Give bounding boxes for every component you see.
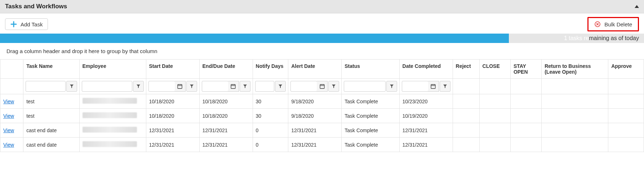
col-alert-date[interactable]: Alert Date bbox=[288, 60, 342, 79]
filter-start-date-input[interactable] bbox=[148, 81, 175, 92]
cell-employee bbox=[79, 123, 146, 138]
status-text-prefix: 1 tasks re bbox=[564, 35, 589, 41]
col-notify-days[interactable]: Notify Days bbox=[253, 60, 288, 79]
col-status[interactable]: Status bbox=[342, 60, 399, 79]
cell-date-completed: 12/31/2021 bbox=[399, 138, 453, 152]
filter-task-name-input[interactable] bbox=[26, 81, 65, 92]
filter-date-completed-button[interactable] bbox=[440, 81, 450, 92]
cell-start-date: 10/18/2020 bbox=[146, 94, 199, 109]
col-date-completed[interactable]: Date Completed bbox=[399, 60, 453, 79]
status-bar: 1 tasks remaining as of today bbox=[0, 34, 644, 43]
col-end-date[interactable]: End/Due Date bbox=[199, 60, 253, 79]
toolbar: Add Task Bulk Delete bbox=[0, 13, 644, 34]
cell-return-business bbox=[542, 138, 608, 152]
cell-return-business bbox=[542, 123, 608, 138]
filter-end-date-button[interactable] bbox=[240, 81, 250, 92]
cell-stay-open bbox=[510, 109, 541, 123]
col-reject[interactable]: Reject bbox=[453, 60, 479, 79]
cell-end-date: 12/31/2021 bbox=[199, 123, 253, 138]
tasks-grid: Task Name Employee Start Date End/Due Da… bbox=[0, 59, 644, 152]
cell-stay-open bbox=[510, 123, 541, 138]
filter-notify-days-input[interactable] bbox=[255, 81, 275, 92]
filter-status-input[interactable] bbox=[344, 81, 385, 92]
filter-icon bbox=[390, 84, 394, 88]
filter-icon bbox=[278, 84, 283, 88]
header-row: Task Name Employee Start Date End/Due Da… bbox=[0, 60, 644, 79]
cell-employee bbox=[79, 94, 146, 109]
cell-notify-days: 0 bbox=[253, 138, 288, 152]
filter-icon bbox=[332, 84, 336, 88]
filter-alert-date-button[interactable] bbox=[328, 81, 339, 92]
cell-return-business bbox=[542, 109, 608, 123]
cell-close bbox=[479, 94, 510, 109]
col-start-date[interactable]: Start Date bbox=[146, 60, 199, 79]
calendar-icon bbox=[177, 84, 182, 89]
cell-status: Task Complete bbox=[342, 94, 399, 109]
cell-reject bbox=[453, 123, 479, 138]
bulk-delete-label: Bulk Delete bbox=[604, 21, 632, 27]
col-stay-open[interactable]: STAY OPEN bbox=[510, 60, 541, 79]
col-view[interactable] bbox=[0, 60, 23, 79]
filter-end-date-input[interactable] bbox=[202, 81, 228, 92]
view-link[interactable]: View bbox=[3, 127, 14, 133]
cell-close bbox=[479, 109, 510, 123]
panel-header: Tasks and Workflows bbox=[0, 0, 644, 13]
bulk-delete-highlight: Bulk Delete bbox=[587, 17, 639, 31]
filter-icon bbox=[190, 84, 194, 88]
cell-task-name: cast end date bbox=[23, 123, 79, 138]
cell-approve bbox=[608, 94, 644, 109]
cell-status: Task Complete bbox=[342, 109, 399, 123]
filter-alert-date-picker[interactable] bbox=[317, 81, 328, 92]
cell-approve bbox=[608, 138, 644, 152]
group-by-dropzone[interactable]: Drag a column header and drop it here to… bbox=[0, 43, 644, 59]
cell-reject bbox=[453, 138, 479, 152]
panel-title: Tasks and Workflows bbox=[5, 3, 67, 10]
cell-alert-date: 12/31/2021 bbox=[288, 138, 342, 152]
cell-start-date: 10/18/2020 bbox=[146, 109, 199, 123]
calendar-icon bbox=[231, 84, 236, 89]
col-close[interactable]: CLOSE bbox=[479, 60, 510, 79]
col-return-business[interactable]: Return to Business (Leave Open) bbox=[542, 60, 608, 79]
cell-task-name: test bbox=[23, 109, 79, 123]
cell-reject bbox=[453, 109, 479, 123]
filter-status-button[interactable] bbox=[386, 81, 397, 92]
cell-date-completed: 10/23/2020 bbox=[399, 94, 453, 109]
filter-row bbox=[0, 79, 644, 94]
filter-date-completed-picker[interactable] bbox=[428, 81, 439, 92]
col-employee[interactable]: Employee bbox=[79, 60, 146, 79]
cell-stay-open bbox=[510, 94, 541, 109]
calendar-icon bbox=[320, 84, 325, 89]
filter-start-date-picker[interactable] bbox=[175, 81, 186, 92]
filter-date-completed-input[interactable] bbox=[402, 81, 428, 92]
bulk-delete-button[interactable]: Bulk Delete bbox=[589, 19, 637, 30]
filter-icon bbox=[70, 84, 74, 88]
delete-circle-icon bbox=[594, 21, 601, 27]
calendar-icon bbox=[431, 84, 436, 89]
filter-employee-button[interactable] bbox=[133, 81, 144, 92]
view-link[interactable]: View bbox=[3, 113, 14, 119]
filter-end-date-picker[interactable] bbox=[228, 81, 239, 92]
cell-end-date: 12/31/2021 bbox=[199, 138, 253, 152]
table-row: Viewtest10/18/202010/18/2020309/18/2020T… bbox=[0, 94, 644, 109]
cell-employee bbox=[79, 138, 146, 152]
cell-alert-date: 9/18/2020 bbox=[288, 109, 342, 123]
cell-end-date: 10/18/2020 bbox=[199, 94, 253, 109]
add-task-button[interactable]: Add Task bbox=[5, 18, 48, 30]
filter-task-name-button[interactable] bbox=[66, 81, 77, 92]
view-link[interactable]: View bbox=[3, 99, 14, 104]
filter-employee-input[interactable] bbox=[82, 81, 132, 92]
cell-close bbox=[479, 138, 510, 152]
cell-end-date: 10/18/2020 bbox=[199, 109, 253, 123]
col-approve[interactable]: Approve bbox=[608, 60, 644, 79]
col-task-name[interactable]: Task Name bbox=[23, 60, 79, 79]
filter-icon bbox=[243, 84, 247, 88]
collapse-up-icon[interactable] bbox=[635, 5, 639, 8]
view-link[interactable]: View bbox=[3, 142, 14, 148]
filter-alert-date-input[interactable] bbox=[290, 81, 317, 92]
filter-start-date-button[interactable] bbox=[186, 81, 197, 92]
filter-icon bbox=[443, 84, 447, 88]
table-row: Viewcast end date12/31/202112/31/2021012… bbox=[0, 123, 644, 138]
cell-approve bbox=[608, 123, 644, 138]
cell-employee bbox=[79, 109, 146, 123]
filter-notify-days-button[interactable] bbox=[275, 81, 286, 92]
